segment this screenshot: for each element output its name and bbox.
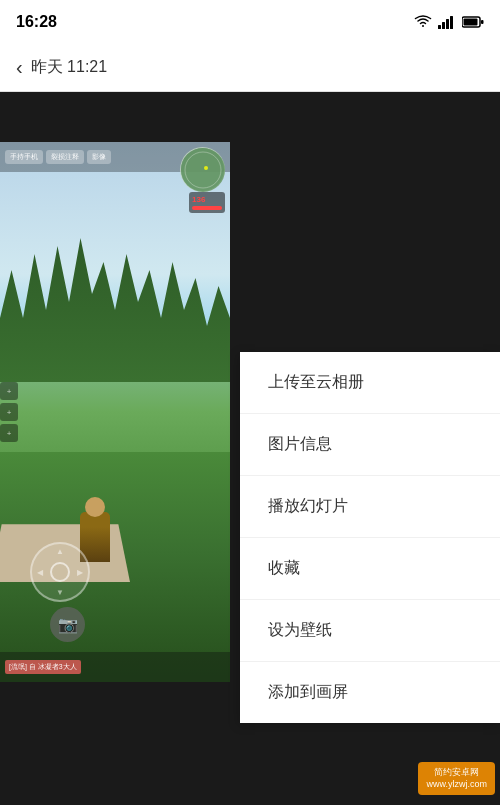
svg-point-7: [181, 148, 225, 192]
nav-bar: ‹ 昨天 11:21: [0, 44, 500, 92]
svg-rect-5: [464, 19, 478, 26]
side-btn-icon-3: +: [7, 429, 12, 438]
menu-item-slideshow[interactable]: 播放幻灯片: [240, 476, 500, 538]
joystick-up-arrow: ▲: [56, 547, 64, 556]
health-row: 136: [192, 195, 222, 204]
joystick-center: [50, 562, 70, 582]
battery-icon: [462, 16, 484, 28]
watermark-line2: www.ylzwj.com: [426, 778, 487, 791]
game-minimap: [180, 147, 225, 192]
context-menu: 上传至云相册 图片信息 播放幻灯片 收藏 设为壁纸 添加到画屏: [240, 352, 500, 723]
svg-rect-0: [438, 25, 441, 29]
wifi-icon: [414, 15, 432, 29]
joystick-right-arrow: ▶: [77, 568, 83, 577]
side-btn-icon-2: +: [7, 408, 12, 417]
main-content: 手持手机 裂损注释 影像 136 + +: [0, 92, 500, 805]
player-tag: [流氓] 自 冰凝者3大人: [5, 660, 81, 674]
menu-item-set-wallpaper[interactable]: 设为壁纸: [240, 600, 500, 662]
side-buttons: + + +: [0, 382, 18, 442]
menu-item-favorite-label: 收藏: [268, 559, 300, 576]
menu-item-upload-cloud-label: 上传至云相册: [268, 373, 364, 390]
minimap-svg: [181, 148, 226, 193]
svg-rect-6: [481, 20, 484, 24]
joystick-down-arrow: ▼: [56, 588, 64, 597]
side-btn-3[interactable]: +: [0, 424, 18, 442]
health-number: 136: [192, 195, 205, 204]
camera-button[interactable]: 📷: [50, 607, 85, 642]
game-ui-item-2: 裂损注释: [46, 150, 84, 164]
svg-point-9: [204, 166, 208, 170]
menu-item-set-wallpaper-label: 设为壁纸: [268, 621, 332, 638]
camera-icon: 📷: [58, 615, 78, 634]
status-bar: 16:28: [0, 0, 500, 44]
watermark: 简约安卓网 www.ylzwj.com: [418, 762, 495, 795]
health-bar-fill: [192, 206, 222, 210]
watermark-line1: 简约安卓网: [426, 766, 487, 779]
status-time: 16:28: [16, 13, 57, 31]
menu-item-slideshow-label: 播放幻灯片: [268, 497, 348, 514]
side-btn-1[interactable]: +: [0, 382, 18, 400]
menu-item-add-to-screen-label: 添加到画屏: [268, 683, 348, 700]
joystick[interactable]: ▲ ▼ ◀ ▶: [30, 542, 90, 602]
back-arrow-icon: ‹: [16, 56, 23, 79]
menu-item-image-info[interactable]: 图片信息: [240, 414, 500, 476]
menu-item-add-to-screen[interactable]: 添加到画屏: [240, 662, 500, 723]
game-ui-item-1: 手持手机: [5, 150, 43, 164]
status-icons: [414, 15, 484, 29]
menu-item-favorite[interactable]: 收藏: [240, 538, 500, 600]
game-ui-item-3: 影像: [87, 150, 111, 164]
side-btn-2[interactable]: +: [0, 403, 18, 421]
menu-item-image-info-label: 图片信息: [268, 435, 332, 452]
game-bottom-bar: [流氓] 自 冰凝者3大人: [0, 652, 230, 682]
game-screenshot: 手持手机 裂损注释 影像 136 + +: [0, 142, 230, 682]
svg-rect-3: [450, 16, 453, 29]
game-health-bar: 136: [189, 192, 225, 213]
joystick-left-arrow: ◀: [37, 568, 43, 577]
menu-item-upload-cloud[interactable]: 上传至云相册: [240, 352, 500, 414]
side-btn-icon-1: +: [7, 387, 12, 396]
svg-rect-2: [446, 19, 449, 29]
nav-title: 昨天 11:21: [31, 57, 107, 78]
svg-rect-1: [442, 22, 445, 29]
signal-icon: [438, 15, 456, 29]
back-button[interactable]: ‹ 昨天 11:21: [16, 56, 107, 79]
